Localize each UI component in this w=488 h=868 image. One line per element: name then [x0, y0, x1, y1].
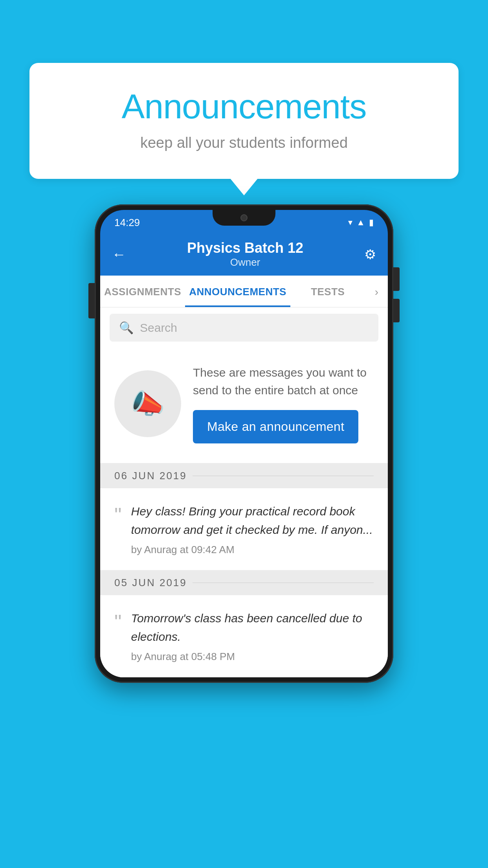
- announcement-text-1: Hey class! Bring your practical record b…: [131, 502, 374, 539]
- status-time: 14:29: [114, 217, 140, 229]
- announcement-meta-2: by Anurag at 05:48 PM: [131, 651, 374, 663]
- wifi-icon: ▾: [348, 217, 352, 228]
- phone-notch: [213, 210, 275, 226]
- settings-button[interactable]: ⚙: [364, 246, 376, 262]
- tabs-bar: ASSIGNMENTS ANNOUNCEMENTS TESTS ›: [100, 276, 388, 307]
- make-announcement-button[interactable]: Make an announcement: [193, 410, 358, 443]
- phone-screen: 14:29 ▾ ▲ ▮ ← Physics Batch 12 Owner ⚙: [100, 210, 388, 677]
- tab-announcements[interactable]: ANNOUNCEMENTS: [185, 276, 290, 307]
- app-bar-center: Physics Batch 12 Owner: [187, 240, 303, 268]
- date-label-2: 05 JUN 2019: [114, 577, 187, 589]
- app-bar-title: Physics Batch 12: [187, 240, 303, 256]
- search-bar[interactable]: 🔍 Search: [110, 314, 378, 342]
- phone-outer-shell: 14:29 ▾ ▲ ▮ ← Physics Batch 12 Owner ⚙: [95, 204, 393, 683]
- volume-up-button[interactable]: [393, 267, 400, 291]
- bubble-subtitle: keep all your students informed: [61, 134, 427, 151]
- tab-more-button[interactable]: ›: [365, 276, 388, 307]
- battery-icon: ▮: [369, 217, 374, 228]
- quote-icon-1: ": [114, 505, 121, 556]
- search-icon: 🔍: [119, 321, 134, 335]
- search-container: 🔍 Search: [100, 307, 388, 348]
- bubble-title: Announcements: [61, 86, 427, 127]
- back-button[interactable]: ←: [112, 246, 126, 263]
- announcement-content-1: Hey class! Bring your practical record b…: [131, 502, 374, 556]
- promo-description: These are messages you want to send to t…: [193, 364, 374, 399]
- volume-down-button[interactable]: [393, 299, 400, 322]
- promo-right: These are messages you want to send to t…: [193, 364, 374, 443]
- search-placeholder: Search: [140, 321, 177, 335]
- speech-bubble-card: Announcements keep all your students inf…: [29, 63, 459, 179]
- promo-icon-circle: 📣: [114, 370, 181, 437]
- front-camera: [240, 214, 248, 221]
- content-area: 🔍 Search 📣 These are messages you want t…: [100, 307, 388, 677]
- phone-device: 14:29 ▾ ▲ ▮ ← Physics Batch 12 Owner ⚙: [95, 204, 393, 683]
- app-bar: ← Physics Batch 12 Owner ⚙: [100, 232, 388, 276]
- date-line-2: [193, 583, 374, 583]
- power-button[interactable]: [88, 283, 95, 318]
- announcement-text-2: Tomorrow's class has been cancelled due …: [131, 609, 374, 646]
- speech-bubble-section: Announcements keep all your students inf…: [29, 63, 459, 179]
- announcement-item-2[interactable]: " Tomorrow's class has been cancelled du…: [100, 595, 388, 677]
- date-separator-1: 06 JUN 2019: [100, 463, 388, 488]
- date-separator-2: 05 JUN 2019: [100, 570, 388, 595]
- app-bar-subtitle: Owner: [187, 256, 303, 268]
- announcement-meta-1: by Anurag at 09:42 AM: [131, 544, 374, 556]
- signal-icon: ▲: [356, 217, 365, 228]
- tab-assignments[interactable]: ASSIGNMENTS: [100, 276, 185, 307]
- promo-card: 📣 These are messages you want to send to…: [100, 348, 388, 463]
- status-icons: ▾ ▲ ▮: [348, 217, 374, 228]
- tab-tests[interactable]: TESTS: [290, 276, 365, 307]
- announcement-item-1[interactable]: " Hey class! Bring your practical record…: [100, 488, 388, 570]
- date-line-1: [193, 476, 374, 476]
- announcement-content-2: Tomorrow's class has been cancelled due …: [131, 609, 374, 663]
- quote-icon-2: ": [114, 612, 121, 663]
- megaphone-icon: 📣: [131, 388, 165, 420]
- date-label-1: 06 JUN 2019: [114, 470, 187, 482]
